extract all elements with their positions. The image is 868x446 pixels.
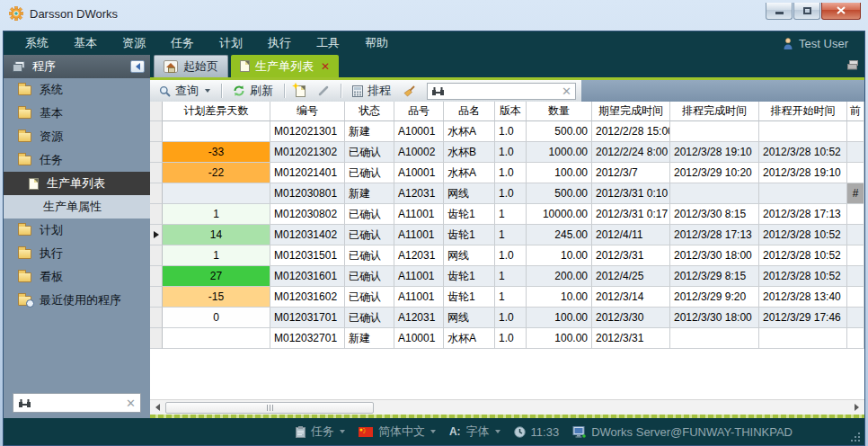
sidebar-title: 程序	[32, 58, 56, 75]
close-icon	[837, 6, 846, 14]
toolbar-search-clear-icon[interactable]: ✕	[562, 85, 571, 97]
tab-production-order-list[interactable]: 生产单列表 ✕	[231, 55, 339, 77]
tab-close-icon[interactable]: ✕	[321, 60, 330, 73]
sidebar-item-label: 任务	[40, 152, 63, 168]
schedule-label: 排程	[368, 83, 391, 99]
cell-extra	[847, 121, 864, 142]
sidebar-item-7[interactable]: 执行	[4, 242, 150, 265]
cell-item: A12031	[394, 183, 444, 204]
cell-code: M012031501	[270, 245, 345, 266]
cell-end: 2012/3/30 8:15	[670, 204, 759, 225]
menu-item-0[interactable]: 系统	[13, 31, 61, 55]
table-row[interactable]: -15M012031602已确认A11001齿轮1110.002012/3/14…	[150, 287, 864, 308]
column-header-6[interactable]: 数量	[527, 102, 592, 121]
cell-diff	[163, 121, 270, 142]
sidebar-item-4[interactable]: 生产单列表	[4, 172, 150, 195]
sidebar-item-3[interactable]: 任务	[4, 148, 150, 172]
table-row[interactable]: -22M012021401已确认A10001水杯A1.0100.002012/3…	[150, 163, 864, 183]
sidebar-item-9[interactable]: 最近使用的程序	[4, 289, 150, 312]
menu-item-1[interactable]: 基本	[61, 31, 110, 55]
sidebar-item-6[interactable]: 计划	[4, 219, 150, 242]
column-header-4[interactable]: 品名	[444, 102, 495, 121]
cell-ver: 1	[495, 204, 527, 225]
cell-ver: 1.0	[495, 142, 527, 163]
production-order-table: 计划差异天数编号状态品号品名版本数量期望完成时间排程完成时间排程开始时间前 M0…	[150, 102, 864, 418]
resize-grip[interactable]	[851, 433, 861, 442]
menu-item-4[interactable]: 计划	[207, 31, 255, 55]
new-button[interactable]	[292, 84, 309, 99]
minimize-button[interactable]	[766, 3, 793, 20]
sidebar-item-1[interactable]: 基本	[4, 102, 150, 125]
column-header-5[interactable]: 版本	[495, 102, 527, 121]
scrollbar-thumb[interactable]	[165, 402, 374, 414]
cell-start: 2012/3/28 10:52	[759, 245, 847, 266]
document-icon	[240, 60, 250, 72]
cell-due: 2012/3/30	[592, 308, 670, 328]
binoculars-icon	[431, 86, 445, 96]
cell-start	[759, 121, 847, 142]
column-header-2[interactable]: 状态	[345, 102, 394, 121]
column-header-1[interactable]: 编号	[270, 102, 345, 121]
column-header-3[interactable]: 品号	[394, 102, 444, 121]
table-row[interactable]: 14M012031402已确认A11001齿轮11245.002012/4/11…	[150, 225, 864, 245]
maximize-button[interactable]	[793, 3, 820, 20]
tab-list-icon[interactable]	[846, 60, 859, 73]
sidebar-search-clear-icon[interactable]: ✕	[126, 397, 136, 409]
column-header-0[interactable]: 计划差异天数	[163, 102, 270, 121]
clock-display: 11:33	[514, 425, 560, 439]
tab-start-page[interactable]: 起始页	[154, 55, 228, 77]
edit-button[interactable]	[314, 83, 333, 99]
table-row[interactable]: M012021301新建A10001水杯A1.0500.002012/2/28 …	[150, 121, 864, 142]
menu-item-3[interactable]: 任务	[158, 31, 207, 55]
menu-item-6[interactable]: 工具	[304, 31, 352, 55]
table-row[interactable]: 27M012031601已确认A11001齿轮11200.002012/4/25…	[150, 266, 864, 287]
sidebar-item-5[interactable]: 生产单属性	[4, 195, 150, 219]
user-name: Test User	[799, 37, 848, 50]
column-header-9[interactable]: 排程开始时间	[759, 102, 847, 121]
cell-code: M012021401	[270, 163, 345, 183]
column-header-10[interactable]: 前	[847, 102, 864, 121]
close-button[interactable]	[821, 3, 861, 20]
scroll-left-button[interactable]	[150, 400, 165, 415]
schedule-button[interactable]: 排程	[349, 81, 394, 101]
toolbar-search-input[interactable]	[448, 85, 558, 97]
cell-extra	[847, 204, 864, 225]
clean-button[interactable]	[399, 83, 420, 99]
menu-bar: 系统基本资源任务计划执行工具帮助 Test User	[4, 31, 864, 55]
sidebar-item-0[interactable]: 系统	[4, 78, 150, 102]
language-selector[interactable]: 简体中文	[359, 424, 436, 440]
table-row[interactable]: 1M012030802已确认A11001齿轮1110000.002012/3/3…	[150, 204, 864, 225]
tab-label: 起始页	[183, 58, 218, 75]
sidebar-search-input[interactable]	[36, 397, 121, 409]
menu-item-7[interactable]: 帮助	[352, 31, 401, 55]
user-area[interactable]: Test User	[783, 37, 855, 50]
query-button[interactable]: 查询	[155, 81, 214, 101]
font-selector[interactable]: A: 字体	[449, 424, 500, 440]
sidebar-item-8[interactable]: 看板	[4, 265, 150, 289]
cell-status: 已确认	[345, 163, 394, 183]
cell-extra	[847, 245, 864, 266]
table-row[interactable]: M012032701新建A10001水杯A1.0100.002012/3/31	[150, 328, 864, 349]
task-selector[interactable]: 任务	[296, 424, 345, 440]
sidebar-item-label: 生产单列表	[47, 175, 105, 192]
table-row[interactable]: -33M012021302已确认A10002水杯B1.01000.002012/…	[150, 142, 864, 163]
menu-item-5[interactable]: 执行	[255, 31, 304, 55]
scroll-right-button[interactable]	[849, 400, 864, 415]
horizontal-scrollbar[interactable]	[150, 399, 864, 415]
cell-name: 齿轮1	[444, 266, 495, 287]
server-text: DWorks Server@FUNWAY-THINKPAD	[591, 425, 793, 439]
sidebar-item-2[interactable]: 资源	[4, 125, 150, 148]
cell-qty: 10.00	[527, 287, 592, 308]
column-header-8[interactable]: 排程完成时间	[670, 102, 759, 121]
table-row[interactable]: M012030801新建A12031网线1.0500.002012/3/31 0…	[150, 183, 864, 204]
cell-name: 水杯A	[444, 163, 495, 183]
sidebar-collapse-button[interactable]	[130, 60, 145, 73]
sidebar-item-label: 生产单属性	[43, 199, 102, 215]
table-row[interactable]: 1M012031501已确认A12031网线1.010.002012/3/312…	[150, 245, 864, 266]
column-header-7[interactable]: 期望完成时间	[592, 102, 670, 121]
cell-status: 已确认	[345, 287, 394, 308]
search-icon	[159, 85, 171, 97]
menu-item-2[interactable]: 资源	[110, 31, 158, 55]
refresh-button[interactable]: 刷新	[229, 81, 277, 101]
table-row[interactable]: 0M012031701已确认A12031网线1.0100.002012/3/30…	[150, 308, 864, 328]
